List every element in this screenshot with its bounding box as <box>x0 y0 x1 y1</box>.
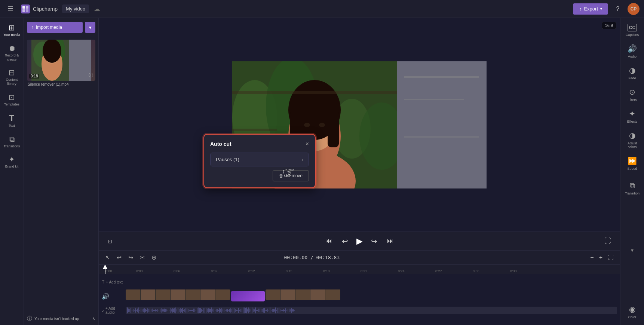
import-dropdown-icon: ▾ <box>89 25 92 30</box>
waveform-bar <box>289 309 289 313</box>
audio-track-content[interactable]: // Will be rendered inline below <box>126 307 617 314</box>
transition-icon: ⧉ <box>630 181 635 190</box>
right-sidebar-item-speed[interactable]: ⏩ Speed <box>622 153 643 174</box>
sidebar-item-templates[interactable]: ⊡ Templates <box>1 91 22 110</box>
video-track-content[interactable] <box>126 289 617 303</box>
subtitle-toggle-button[interactable]: ⊡ <box>106 237 114 246</box>
hamburger-button[interactable]: ☰ <box>4 3 16 15</box>
brand-icon: ✦ <box>9 156 15 163</box>
import-label: Import media <box>36 25 62 30</box>
right-sidebar-item-adjust-colors[interactable]: ◑ Adjust colors <box>622 128 643 152</box>
aspect-ratio-badge: 16:9 <box>602 22 616 29</box>
purple-clip[interactable] <box>231 291 265 301</box>
add-text-label[interactable]: + Add text <box>106 280 123 284</box>
video-right-panel <box>397 61 487 188</box>
waveform-bar <box>157 309 158 312</box>
popup-title: Auto cut <box>210 141 231 147</box>
timeline-area: ↖ ↩ ↪ ✂ ⊕ 00:00.00 / 00:18.83 − + ⛶ 0:00… <box>99 250 620 325</box>
skip-back-button[interactable]: ⏮ <box>324 236 334 246</box>
waveform-bar <box>236 310 237 311</box>
sidebar-item-content-library[interactable]: ⊟ Content library <box>1 66 22 89</box>
right-sidebar-divider <box>625 176 640 176</box>
captions-icon: CC <box>628 24 637 31</box>
waveform-bar <box>139 310 140 311</box>
import-media-button[interactable]: ↑ Import media <box>27 22 83 33</box>
waveform-bar <box>221 308 222 313</box>
sidebar-item-transitions[interactable]: ⧉ Transitions <box>1 132 22 151</box>
waveform-bar <box>286 310 287 311</box>
audio-track-icon: ♪ <box>102 308 104 313</box>
export-button[interactable]: ↑ Export ▾ <box>573 3 608 15</box>
waveform-bar <box>172 308 173 313</box>
waveform-bar <box>134 310 135 311</box>
help-button[interactable]: ? <box>612 3 624 15</box>
waveform-bar <box>207 309 208 312</box>
waveform-bar <box>192 310 193 311</box>
export-dropdown-icon: ▾ <box>600 7 602 11</box>
fullscreen-button[interactable]: ⛶ <box>603 236 613 246</box>
timeline-playhead[interactable] <box>105 265 105 274</box>
waveform-bar <box>234 308 234 313</box>
zoom-out-button[interactable]: − <box>588 253 595 262</box>
right-sidebar-item-transition[interactable]: ⧉ Transition <box>622 178 643 198</box>
redo-button[interactable]: ↪ <box>126 253 135 262</box>
video-clip-1[interactable] <box>126 289 230 300</box>
right-sidebar-item-effects[interactable]: ✦ Effects <box>622 106 643 126</box>
ruler-mark-33: 0:33 <box>510 269 517 273</box>
waveform-bar <box>219 308 220 313</box>
waveform-bar <box>144 308 145 313</box>
video-clip-2[interactable] <box>266 289 348 300</box>
svg-rect-28 <box>397 61 487 188</box>
zoom-in-button[interactable]: + <box>597 253 604 262</box>
waveform-bar <box>155 309 156 312</box>
waveform-bar <box>178 308 178 313</box>
sidebar-item-brand-kit[interactable]: ✦ Brand kit <box>1 153 22 172</box>
sidebar-item-your-media[interactable]: ⊞ Your media <box>1 21 22 40</box>
waveform-bar <box>294 310 295 311</box>
waveform-bar <box>198 307 199 313</box>
forward-button[interactable]: ↪ <box>369 235 379 247</box>
popup-close-button[interactable]: × <box>306 141 309 147</box>
sidebar-item-record-create[interactable]: ⏺ Record & create <box>1 42 22 65</box>
waveform-bar <box>239 310 240 312</box>
fit-timeline-button[interactable]: ⛶ <box>606 253 616 262</box>
text-icon: T <box>9 114 14 122</box>
play-button[interactable]: ▶ <box>356 236 363 246</box>
remove-button[interactable]: 🗑 Remove <box>273 170 309 181</box>
undo-button[interactable]: ↩ <box>115 253 123 262</box>
waveform-bar <box>201 309 202 312</box>
svg-rect-2 <box>22 9 25 12</box>
right-sidebar-item-color[interactable]: ◉ Color <box>622 302 643 322</box>
magnet-tool-button[interactable]: ⊕ <box>150 253 158 262</box>
ruler-mark-18: 0:18 <box>323 269 330 273</box>
right-sidebar-item-filters[interactable]: ⊙ Filters <box>622 85 643 105</box>
svg-rect-31 <box>404 136 479 138</box>
select-tool-button[interactable]: ↖ <box>103 253 112 262</box>
right-sidebar-expand-button[interactable]: ▾ <box>631 247 634 253</box>
media-thumbnail[interactable]: 0:18 ⓘ <box>27 40 95 81</box>
import-dropdown-button[interactable]: ▾ <box>85 22 95 33</box>
waveform-bar <box>169 310 169 311</box>
waveform-bar <box>194 309 195 312</box>
main-area: ⊞ Your media ⏺ Record & create ⊟ Content… <box>0 18 644 325</box>
waveform-bar <box>244 307 245 313</box>
waveform-bar <box>209 309 210 313</box>
ruler-mark-15: 0:15 <box>286 269 292 273</box>
waveform-bar <box>146 310 147 311</box>
sidebar-item-text[interactable]: T Text <box>1 111 22 131</box>
user-avatar[interactable]: CP <box>628 3 640 15</box>
right-sidebar-item-audio[interactable]: 🔊 Audio <box>622 41 643 61</box>
right-sidebar-item-fade[interactable]: ◑ Fade <box>622 63 643 83</box>
right-sidebar-item-captions[interactable]: CC Captions <box>622 21 643 40</box>
waveform-bar <box>275 307 276 313</box>
sidebar-item-label-brand: Brand kit <box>5 165 19 169</box>
backup-expand-icon[interactable]: ∧ <box>92 316 95 321</box>
waveform-bar <box>181 309 182 312</box>
autocut-item[interactable]: Pauses (1) › <box>210 153 309 166</box>
rewind-button[interactable]: ↩ <box>340 235 350 247</box>
cut-tool-button[interactable]: ✂ <box>138 253 147 262</box>
add-audio-label[interactable]: + Add audio <box>105 306 124 315</box>
skip-forward-button[interactable]: ⏭ <box>386 236 395 246</box>
project-title[interactable]: My video <box>62 4 89 13</box>
waveform-bar <box>280 309 280 312</box>
